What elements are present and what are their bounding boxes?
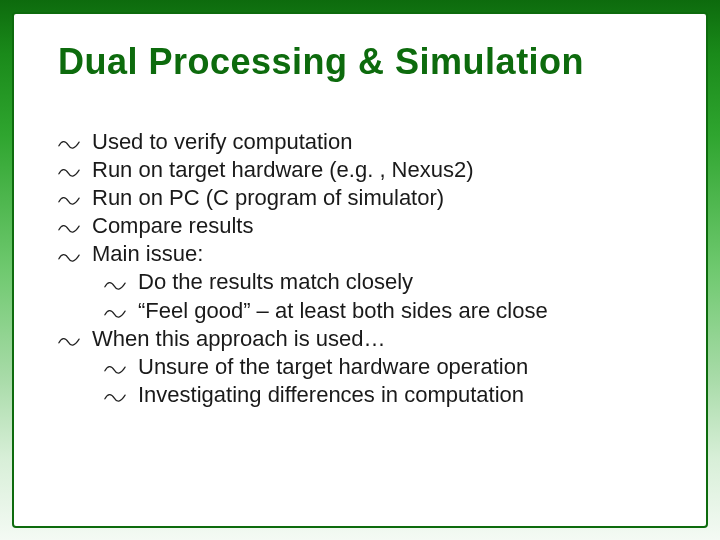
slide-frame: Dual Processing & Simulation Used to ver…: [0, 0, 720, 540]
list-item-text: Run on PC (C program of simulator): [92, 184, 666, 212]
bullet-icon: [58, 326, 92, 353]
list-item-text: Unsure of the target hardware operation: [138, 353, 666, 381]
list-item: When this approach is used…: [58, 325, 666, 353]
bullet-icon: [104, 298, 138, 325]
list-item-text: Main issue:: [92, 240, 666, 268]
bullet-icon: [58, 185, 92, 212]
list-item: Used to verify computation: [58, 128, 666, 156]
bullet-icon: [104, 382, 138, 409]
bullet-icon: [58, 241, 92, 268]
list-item: “Feel good” – at least both sides are cl…: [58, 297, 666, 325]
slide-card: Dual Processing & Simulation Used to ver…: [12, 12, 708, 528]
list-item-text: Do the results match closely: [138, 268, 666, 296]
list-item-text: Compare results: [92, 212, 666, 240]
bullet-icon: [104, 354, 138, 381]
list-item: Unsure of the target hardware operation: [58, 353, 666, 381]
bullet-icon: [104, 269, 138, 296]
list-item: Main issue:: [58, 240, 666, 268]
list-item-text: “Feel good” – at least both sides are cl…: [138, 297, 666, 325]
list-item: Run on PC (C program of simulator): [58, 184, 666, 212]
slide-body: Used to verify computation Run on target…: [58, 128, 666, 410]
list-item-text: Run on target hardware (e.g. , Nexus2): [92, 156, 666, 184]
slide-title: Dual Processing & Simulation: [58, 42, 666, 82]
list-item-text: Investigating differences in computation: [138, 381, 666, 409]
bullet-icon: [58, 157, 92, 184]
list-item-text: Used to verify computation: [92, 128, 666, 156]
list-item: Compare results: [58, 212, 666, 240]
list-item: Run on target hardware (e.g. , Nexus2): [58, 156, 666, 184]
list-item: Do the results match closely: [58, 268, 666, 296]
bullet-icon: [58, 129, 92, 156]
bullet-icon: [58, 213, 92, 240]
list-item-text: When this approach is used…: [92, 325, 666, 353]
list-item: Investigating differences in computation: [58, 381, 666, 409]
